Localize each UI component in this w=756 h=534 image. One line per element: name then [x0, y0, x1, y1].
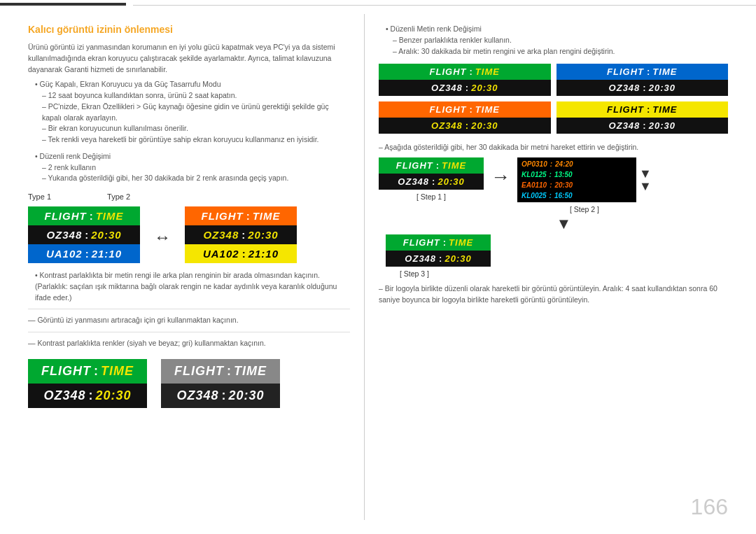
- step-note: Aşağıda gösterildiği gibi, her 30 dakika…: [379, 142, 728, 153]
- top-bar-line: [133, 5, 756, 6]
- g1-time-label: TIME: [475, 66, 500, 77]
- separator1: [28, 309, 350, 309]
- scroll-row-1: OP0310 : 24:20: [519, 159, 635, 169]
- g3-flight: FLIGHT: [430, 104, 467, 115]
- type2-ua: UA102: [203, 248, 239, 260]
- type2-time: 20:30: [248, 229, 278, 241]
- arrow-step1-2: →: [491, 166, 510, 188]
- bullet-section-2: Düzenli renk Değişimi 2 renk kullanın Yu…: [28, 151, 350, 184]
- g4-time: 20:30: [649, 120, 676, 131]
- bullet-section-1: Güç Kapalı, Ekran Koruyucu ya da Güç Tas…: [28, 79, 350, 146]
- b1-time: 20:30: [95, 388, 131, 403]
- type2-display: FLIGHT : TIME OZ348 : 20:30 UA102 : 21:1…: [185, 206, 297, 263]
- type1-time-label: TIME: [96, 210, 124, 222]
- bullet-1: Güç Kapalı, Ekran Koruyucu ya da Güç Tas…: [35, 79, 350, 90]
- g3-oz: OZ348: [431, 120, 463, 131]
- bottom-display-1: FLIGHT : TIME OZ348 : 20:30: [28, 359, 147, 408]
- left-column: Kalıcı görüntü izinin önlenmesi Ürünü gö…: [28, 14, 364, 520]
- b1-flight: FLIGHT: [41, 364, 91, 379]
- right-dash-1: Benzer parlaklıkta renkler kullanın.: [393, 35, 728, 46]
- step3-display: FLIGHT : TIME OZ348 : 20:30: [386, 234, 491, 267]
- note1: Kontrast parlaklıkta bir metin rengi ile…: [28, 270, 350, 303]
- arrow-step2-3: ▼: [400, 215, 728, 233]
- s3-time-label: TIME: [449, 237, 473, 248]
- arrow-between: ↔: [154, 227, 171, 247]
- right-flight-grid: FLIGHT : TIME OZ348 : 20:30 FLIGHT : TIM…: [379, 64, 728, 134]
- s3-flight: FLIGHT: [403, 237, 440, 248]
- g4-time-label: TIME: [652, 104, 677, 115]
- right-bullet: Düzenli Metin renk Değişimi Benzer parla…: [379, 24, 728, 57]
- type1-display: FLIGHT : TIME OZ348 : 20:30 UA102 : 21:1…: [28, 206, 140, 263]
- g1-flight: FLIGHT: [430, 66, 467, 77]
- bottom-note-text: Bir logoyla birlikte düzenli olarak hare…: [379, 283, 728, 306]
- top-bar: [0, 0, 756, 6]
- type1-ua: UA102: [46, 248, 83, 260]
- intro-text: Ürünü görüntü izi yanmasından korumanın …: [28, 42, 350, 75]
- b2-flight: FLIGHT: [174, 364, 224, 379]
- g2-time-label: TIME: [652, 66, 677, 77]
- grid-item-2: FLIGHT : TIME OZ348 : 20:30: [556, 64, 729, 96]
- scroll-row-4: KL0025 : 16:50: [519, 190, 635, 201]
- g1-time: 20:30: [471, 83, 498, 93]
- g3-time-label: TIME: [475, 104, 500, 115]
- type2-label: Type 2: [107, 192, 130, 201]
- double-arrows: ▼ ▼: [639, 157, 652, 202]
- scroll-row-3: EA0110 : 20:30: [519, 180, 635, 190]
- b2-oz: OZ348: [176, 388, 218, 403]
- s1-flight: FLIGHT: [396, 160, 433, 171]
- g3-time: 20:30: [471, 120, 498, 131]
- grid-item-1: FLIGHT : TIME OZ348 : 20:30: [379, 64, 551, 96]
- s1-time: 20:30: [438, 176, 464, 187]
- bullet-2: Düzenli renk Değişimi: [35, 151, 350, 162]
- g2-oz: OZ348: [609, 83, 640, 93]
- grid-item-4: FLIGHT : TIME OZ348 : 20:30: [556, 101, 729, 134]
- type1-time: 20:30: [91, 229, 121, 241]
- bottom-note-right: Bir logoyla birlikte düzenli olarak hare…: [379, 283, 728, 306]
- right-dash-2: Aralık: 30 dakikada bir metin rengini ve…: [393, 46, 728, 57]
- dash-1-2: PC'nizde, Ekran Özellikleri > Güç kaynağ…: [42, 101, 350, 124]
- type1-oz: OZ348: [46, 229, 82, 241]
- dash-2-2: Yukarıda gösterildiği gibi, her 30 dakik…: [42, 173, 350, 184]
- bottom-display-2: FLIGHT : TIME OZ348 : 20:30: [161, 359, 280, 408]
- right-column: Düzenli Metin renk Değişimi Benzer parla…: [364, 14, 728, 520]
- type2-oz: OZ348: [203, 229, 239, 241]
- b2-time-label: TIME: [234, 364, 267, 379]
- type1-flight-label: FLIGHT: [45, 210, 87, 222]
- type-row: Type 1 Type 2: [28, 192, 350, 201]
- step2-block: OP0310 : 24:20 KL0125 : 13:50 EA0110 :: [517, 157, 652, 213]
- s1-oz: OZ348: [398, 176, 429, 187]
- note1-text: Kontrast parlaklıkta bir metin rengi ile…: [35, 270, 350, 303]
- g1-oz: OZ348: [431, 83, 463, 93]
- s1-time-label: TIME: [442, 160, 466, 171]
- dash-1-1: 12 saat boyunca kullandıktan sonra, ürün…: [42, 90, 350, 101]
- grid-item-3: FLIGHT : TIME OZ348 : 20:30: [379, 101, 551, 134]
- step2-display: OP0310 : 24:20 KL0125 : 13:50 EA0110 :: [517, 157, 636, 202]
- page-number: 166: [691, 494, 728, 520]
- dash-1-3: Bir ekran koruyucunun kullanılması öneri…: [42, 123, 350, 134]
- g2-time: 20:30: [649, 83, 676, 93]
- s3-time: 20:30: [444, 253, 471, 264]
- b2-time: 20:30: [228, 388, 264, 403]
- section-title: Kalıcı görüntü izinin önlenmesi: [28, 24, 350, 35]
- separator2: [28, 332, 350, 332]
- step3-block: FLIGHT : TIME OZ348 : 20:30 [ Step 3 ]: [386, 234, 728, 278]
- right-bullet-text: Düzenli Metin renk Değişimi: [386, 24, 728, 35]
- b1-time-label: TIME: [101, 364, 134, 379]
- note2: Görüntü izi yanmasını artıracağı için gr…: [28, 315, 350, 326]
- steps-row: FLIGHT : TIME OZ348 : 20:30 [ Step 1 ] →: [379, 157, 728, 213]
- g2-flight: FLIGHT: [607, 66, 644, 77]
- step1-display: FLIGHT : TIME OZ348 : 20:30: [379, 157, 484, 190]
- type1-label: Type 1: [28, 192, 51, 201]
- note3: Kontrast parlaklıkta renkler (siyah ve b…: [28, 338, 350, 349]
- step3-label: [ Step 3 ]: [400, 269, 429, 278]
- type2-flight-label: FLIGHT: [202, 210, 244, 222]
- top-bar-dark: [0, 3, 126, 6]
- b1-oz: OZ348: [43, 388, 85, 403]
- dash-1-4: Tek renkli veya hareketli bir görüntüye …: [42, 134, 350, 146]
- type2-ua-time: 21:10: [248, 248, 279, 260]
- type1-ua-time: 21:10: [92, 248, 122, 260]
- dash-2-1: 2 renk kullanın: [42, 162, 350, 174]
- step2-label: [ Step 2 ]: [570, 205, 599, 213]
- g4-flight: FLIGHT: [607, 104, 644, 115]
- step1-block: FLIGHT : TIME OZ348 : 20:30 [ Step 1 ]: [379, 157, 484, 201]
